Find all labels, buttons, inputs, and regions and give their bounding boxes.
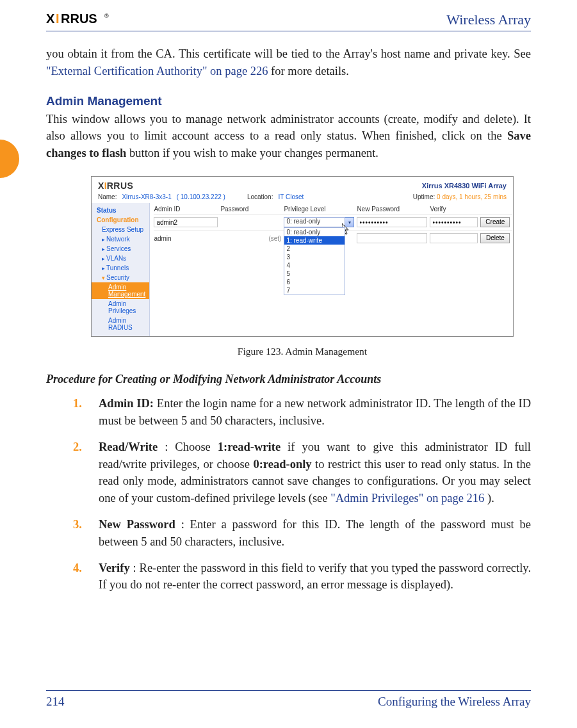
- step-bold: Admin ID:: [99, 397, 154, 410]
- link-admin-privileges[interactable]: "Admin Privileges" on page 216: [330, 492, 484, 505]
- table-header-row: Admin ID Password Privilege Level New Pa…: [154, 204, 512, 214]
- side-tab-decoration: [0, 140, 19, 178]
- step-text: ).: [487, 492, 494, 505]
- device-name-link[interactable]: Xirrus-XR8-3x3-1: [122, 193, 171, 200]
- admin-id-input[interactable]: [154, 217, 218, 227]
- screenshot-container: XIRRUS Xirrus XR4830 WiFi Array Name: Xi…: [91, 176, 514, 337]
- figure-admin-management: XIRRUS Xirrus XR4830 WiFi Array Name: Xi…: [91, 176, 514, 357]
- sidebar-tunnels[interactable]: Tunnels: [92, 263, 149, 273]
- sidebar-admin-radius[interactable]: Admin RADIUS: [92, 316, 149, 332]
- dropdown-option[interactable]: 4: [284, 261, 345, 270]
- step-number: 1.: [73, 395, 93, 412]
- step-number: 3.: [73, 516, 93, 533]
- page-number: 214: [46, 695, 65, 709]
- intro-text-post: for more details.: [271, 65, 349, 77]
- sidebar-status[interactable]: Status: [92, 206, 149, 215]
- delete-button[interactable]: Delete: [480, 233, 510, 243]
- col-admin-id: Admin ID: [154, 206, 218, 213]
- step-bold: Verify: [99, 562, 130, 574]
- screenshot-status-bar: Name: Xirrus-XR8-3x3-1 ( 10.100.23.222 )…: [92, 193, 513, 203]
- col-verify: Verify: [430, 206, 478, 213]
- dropdown-option[interactable]: 0: read-only: [284, 228, 345, 236]
- page-header: X I RRUS ® Wireless Array: [46, 12, 531, 31]
- sidebar-express-setup[interactable]: Express Setup: [92, 225, 149, 234]
- privilege-dropdown-list: 0: read-only 1: read-write 2 3 4 5 6 7: [284, 227, 345, 295]
- header-title: Wireless Array: [446, 12, 531, 28]
- step-text: Enter the login name for a new network a…: [99, 397, 531, 427]
- screenshot-sidebar: Status Configuration Express Setup Netwo…: [92, 203, 150, 336]
- sidebar-services[interactable]: Services: [92, 244, 149, 254]
- sidebar-security[interactable]: Security: [92, 273, 149, 282]
- footer-section-title: Configuring the Wireless Array: [378, 695, 531, 709]
- procedure-list: 1. Admin ID: Enter the login name for a …: [46, 395, 531, 594]
- link-external-ca[interactable]: "External Certification Authority" on pa…: [46, 65, 268, 77]
- new-password-input[interactable]: [357, 217, 427, 227]
- dropdown-option[interactable]: 5: [284, 270, 345, 278]
- sidebar-network[interactable]: Network: [92, 234, 149, 244]
- brand-logo: X I RRUS ®: [46, 12, 136, 26]
- name-label: Name:: [98, 193, 117, 200]
- sidebar-configuration[interactable]: Configuration: [92, 215, 149, 225]
- step-number: 4.: [73, 560, 93, 577]
- svg-text:RRUS: RRUS: [61, 12, 97, 26]
- sidebar-vlans[interactable]: VLANs: [92, 254, 149, 263]
- list-item: 3. New Password : Enter a password for t…: [99, 516, 531, 551]
- list-item: 4. Verify : Re-enter the password in thi…: [99, 560, 531, 594]
- section-heading-admin-management: Admin Management: [46, 94, 531, 108]
- step-bold: New Password: [99, 518, 175, 531]
- device-ip: ( 10.100.23.222 ): [177, 193, 225, 200]
- location-label: Location:: [247, 193, 273, 200]
- section-body: This window allows you to manage network…: [46, 111, 531, 162]
- dropdown-option[interactable]: 7: [284, 286, 345, 295]
- list-item: 2. Read/Write : Choose 1:read-write if y…: [99, 439, 531, 507]
- step-number: 2.: [73, 439, 93, 456]
- screenshot-main-panel: Admin ID Password Privilege Level New Pa…: [150, 203, 516, 336]
- dropdown-option[interactable]: 1: read-write: [284, 236, 345, 245]
- dropdown-option[interactable]: 2: [284, 245, 345, 253]
- intro-text-pre: you obtain it from the CA. This certific…: [46, 47, 531, 60]
- create-button[interactable]: Create: [480, 217, 510, 227]
- location-value[interactable]: IT Closet: [278, 193, 304, 200]
- svg-text:®: ®: [104, 13, 109, 19]
- dropdown-option[interactable]: 6: [284, 278, 345, 286]
- verify-password-input[interactable]: [430, 217, 478, 227]
- list-item: 1. Admin ID: Enter the login name for a …: [99, 395, 531, 430]
- page-footer: 214 Configuring the Wireless Array: [46, 690, 531, 709]
- privilege-selected: 0: read-only: [284, 217, 345, 227]
- section-body-pre: This window allows you to manage network…: [46, 113, 531, 143]
- screenshot-product-label: Xirrus XR4830 WiFi Array: [422, 182, 507, 190]
- step-bold: Read/Write: [99, 441, 158, 453]
- procedure-title: Procedure for Creating or Modifying Netw…: [46, 373, 531, 386]
- col-privilege: Privilege Level: [284, 206, 354, 213]
- password-set-label: (set): [220, 235, 281, 242]
- step-text: : Re-enter the password in this field to…: [99, 562, 531, 592]
- dropdown-option[interactable]: 3: [284, 253, 345, 261]
- col-password: Password: [220, 206, 281, 213]
- uptime-value: 0 days, 1 hours, 25 mins: [437, 193, 507, 200]
- col-new-password: New Password: [357, 206, 427, 213]
- section-body-post: button if you wish to make your changes …: [129, 147, 378, 159]
- svg-text:I: I: [56, 12, 60, 26]
- step-text: : Choose: [165, 441, 218, 453]
- sidebar-admin-management[interactable]: Admin Management: [92, 282, 149, 299]
- table-row: 0: read-only 0: read-only 1: read-write …: [154, 214, 512, 230]
- figure-caption: Figure 123. Admin Management: [91, 346, 514, 357]
- svg-text:X: X: [46, 12, 55, 26]
- intro-paragraph: you obtain it from the CA. This certific…: [46, 45, 531, 80]
- step-bold2: 1:read-write: [218, 441, 280, 453]
- screenshot-logo: XIRRUS: [98, 181, 133, 191]
- step-bold3: 0:read-only: [253, 458, 311, 471]
- new-password-input[interactable]: [357, 233, 427, 243]
- verify-password-input[interactable]: [430, 233, 478, 243]
- uptime-label: Uptime:: [413, 193, 435, 200]
- admin-id-cell: admin: [154, 235, 218, 242]
- sidebar-admin-privileges[interactable]: Admin Privileges: [92, 299, 149, 316]
